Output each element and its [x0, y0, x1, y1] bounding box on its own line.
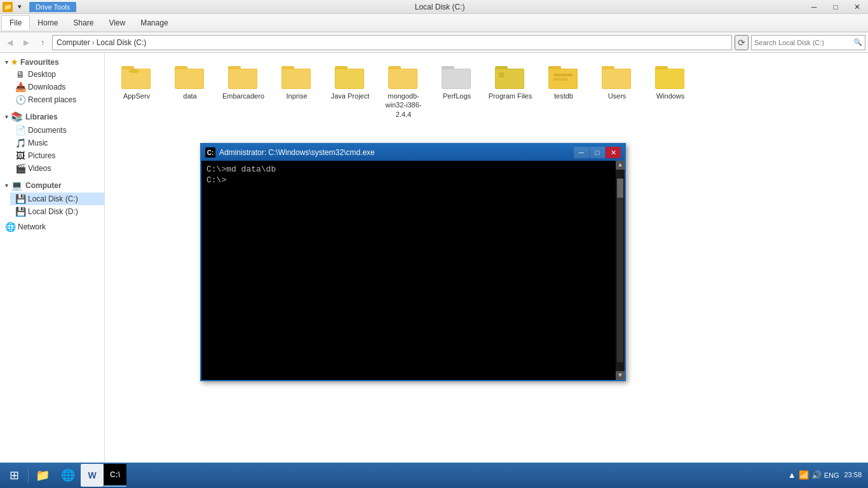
address-path[interactable]: Computer › Local Disk (C:): [52, 35, 732, 50]
tray-chevron[interactable]: ▲: [788, 470, 796, 480]
folder-programfiles[interactable]: Program Files: [485, 59, 536, 123]
tray-volume-icon[interactable]: 🔊: [811, 470, 822, 480]
title-bar-left: 📁 ▾ Drive Tools: [0, 2, 76, 12]
folder-inprise-icon: [281, 64, 312, 90]
sidebar-favourites-children: 🖥 Desktop 📥 Downloads 🕐 Recent places: [0, 68, 104, 106]
folder-javaproject-label: Java Project: [331, 92, 370, 100]
tab-share[interactable]: Share: [65, 16, 101, 30]
taskbar-explorer-btn[interactable]: 📁: [30, 464, 55, 487]
expand-icon-libraries: ▾: [5, 114, 8, 120]
sidebar-item-documents[interactable]: 📄 Documents: [10, 124, 104, 137]
folder-windows[interactable]: Windows: [645, 59, 696, 123]
sidebar-computer-children: 💾 Local Disk (C:) 💾 Local Disk (D:): [0, 193, 104, 218]
sidebar-item-videos[interactable]: 🎬 Videos: [10, 162, 104, 175]
maximize-button[interactable]: □: [825, 0, 846, 14]
drive-d-icon: 💾: [15, 207, 25, 217]
drive-c-label: Local Disk (C:): [28, 194, 78, 203]
path-arrow-1: ›: [92, 38, 95, 47]
sidebar-item-desktop[interactable]: 🖥 Desktop: [10, 68, 104, 81]
path-localdisk: Local Disk (C:): [97, 38, 147, 47]
sidebar-header-favourites[interactable]: ▾ ★ Favourites: [0, 55, 104, 68]
up-button[interactable]: ↑: [36, 36, 50, 50]
folder-embarcadero[interactable]: Embarcadero: [218, 59, 269, 123]
folder-perflogs[interactable]: PerfLogs: [431, 59, 482, 123]
tab-view[interactable]: View: [101, 16, 133, 30]
desktop-label: Desktop: [28, 70, 56, 79]
folder-data-icon: [175, 64, 205, 90]
close-button[interactable]: ✕: [846, 0, 868, 14]
drive-c-icon: 💾: [15, 194, 25, 204]
taskbar-word-btn[interactable]: W: [81, 464, 104, 487]
taskbar-cmd-btn[interactable]: C:\: [104, 464, 126, 487]
sidebar-item-pictures[interactable]: 🖼 Pictures: [10, 149, 104, 162]
folder-users[interactable]: Users: [592, 59, 642, 123]
taskbar-start-btn[interactable]: ⊞: [1, 464, 27, 487]
folder-appserv[interactable]: AppServ: [111, 59, 162, 123]
path-computer: Computer: [57, 38, 90, 47]
taskbar-chrome-btn[interactable]: 🌐: [55, 464, 81, 487]
folder-windows-label: Windows: [656, 92, 685, 100]
sidebar-section-favourites: ▾ ★ Favourites 🖥 Desktop 📥 Downloads 🕐 R…: [0, 55, 104, 106]
taskbar-sep-1: [28, 468, 29, 483]
svg-rect-9: [229, 69, 257, 88]
recent-icon: 🕐: [15, 95, 25, 105]
sidebar-item-music[interactable]: 🎵 Music: [10, 137, 104, 149]
cmd-body[interactable]: C:\>md data\db C:\> ▲ ▼: [201, 161, 625, 380]
cmd-scroll-up[interactable]: ▲: [616, 161, 625, 170]
cmd-line-2: C:\>: [207, 175, 620, 185]
search-input[interactable]: [754, 39, 853, 46]
quick-access-btn[interactable]: ▾: [15, 2, 24, 11]
sidebar-header-libraries[interactable]: ▾ 📚 Libraries: [0, 109, 104, 124]
svg-rect-18: [389, 69, 417, 88]
folder-data[interactable]: data: [165, 59, 215, 123]
cmd-title-text: Administrator: C:\Windows\system32\cmd.e…: [219, 148, 574, 157]
tab-home[interactable]: Home: [30, 16, 65, 30]
sidebar-header-computer[interactable]: ▾ 💻 Computer: [0, 177, 104, 193]
tab-manage[interactable]: Manage: [133, 16, 175, 30]
svg-rect-21: [442, 69, 470, 88]
folder-testdb-label: testdb: [554, 92, 573, 100]
tab-file[interactable]: File: [1, 15, 30, 30]
expand-icon-computer: ▾: [5, 182, 8, 189]
ribbon: File Home Share View Manage: [0, 14, 868, 32]
refresh-button[interactable]: ⟳: [735, 35, 749, 50]
back-button[interactable]: ◀: [3, 36, 17, 50]
cmd-maximize-button[interactable]: □: [590, 147, 605, 158]
cmd-scroll-down[interactable]: ▼: [616, 371, 625, 380]
folder-javaproject[interactable]: Java Project: [325, 59, 376, 123]
folder-inprise[interactable]: Inprise: [271, 59, 322, 123]
pictures-icon: 🖼: [15, 151, 25, 161]
folder-inprise-label: Inprise: [286, 92, 307, 100]
folder-embarcadero-label: Embarcadero: [222, 92, 264, 100]
cmd-scroll-thumb[interactable]: [617, 179, 623, 198]
folder-mongodb-label: mongodb-win32-i386-2.4.4: [381, 92, 426, 119]
cmd-title-bar: C: Administrator: C:\Windows\system32\cm…: [201, 144, 625, 161]
search-box[interactable]: 🔍: [751, 35, 865, 50]
cmd-close-button[interactable]: ✕: [606, 147, 621, 158]
search-icon: 🔍: [853, 38, 862, 46]
sidebar-item-local-c[interactable]: 💾 Local Disk (C:): [10, 193, 104, 205]
sidebar-item-downloads[interactable]: 📥 Downloads: [10, 81, 104, 93]
svg-rect-15: [336, 69, 363, 88]
folder-mongodb[interactable]: mongodb-win32-i386-2.4.4: [378, 59, 429, 123]
cmd-scroll-track: [617, 179, 623, 362]
recent-label: Recent places: [28, 95, 76, 104]
cmd-minimize-button[interactable]: ─: [574, 147, 589, 158]
forward-button[interactable]: ▶: [19, 36, 33, 50]
folder-testdb[interactable]: testdb: [538, 59, 589, 123]
tray-lang: ENG: [824, 471, 839, 479]
title-bar-controls: ─ □ ✕: [803, 0, 868, 14]
sidebar-item-local-d[interactable]: 💾 Local Disk (D:): [10, 205, 104, 218]
sidebar-item-recent[interactable]: 🕐 Recent places: [10, 93, 104, 106]
tray-network-icon[interactable]: 📶: [799, 470, 809, 480]
system-clock[interactable]: 23:58: [841, 470, 864, 480]
cmd-line-1: C:\>md data\db: [207, 165, 620, 174]
network-icon: 🌐: [5, 222, 15, 232]
folder-mongodb-icon: [388, 64, 419, 90]
taskbar: ⊞ 📁 🌐 W C:\ ▲ 📶 🔊 ENG 23:58: [0, 463, 868, 488]
minimize-button[interactable]: ─: [803, 0, 825, 14]
desktop-icon: 🖥: [15, 69, 25, 79]
folder-perflogs-icon: [442, 64, 472, 90]
sidebar-item-network[interactable]: 🌐 Network: [0, 220, 104, 233]
music-icon: 🎵: [15, 138, 25, 148]
